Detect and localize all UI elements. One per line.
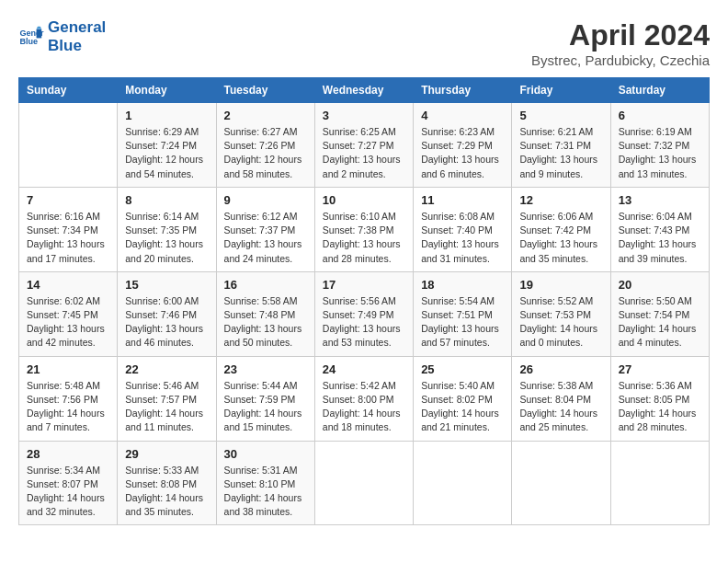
day-number: 1: [125, 109, 208, 122]
day-number: 17: [323, 278, 405, 292]
calendar-cell: 6Sunrise: 6:19 AM Sunset: 7:32 PM Daylig…: [610, 103, 709, 188]
location-subtitle: Bystrec, Pardubicky, Czechia: [531, 52, 710, 68]
day-number: 16: [224, 278, 307, 292]
day-number: 13: [619, 193, 701, 207]
day-number: 8: [125, 193, 208, 207]
svg-marker-2: [37, 29, 42, 39]
day-info: Sunrise: 6:29 AM Sunset: 7:24 PM Dayligh…: [125, 125, 208, 181]
day-number: 27: [619, 362, 701, 376]
calendar-cell: 7Sunrise: 6:16 AM Sunset: 7:34 PM Daylig…: [19, 187, 118, 271]
day-number: 25: [421, 362, 504, 376]
day-info: Sunrise: 5:58 AM Sunset: 7:48 PM Dayligh…: [224, 294, 307, 350]
day-info: Sunrise: 5:40 AM Sunset: 8:02 PM Dayligh…: [421, 379, 504, 435]
calendar-cell: 28Sunrise: 5:34 AM Sunset: 8:07 PM Dayli…: [19, 441, 118, 525]
calendar-cell: 16Sunrise: 5:58 AM Sunset: 7:48 PM Dayli…: [216, 271, 314, 356]
day-info: Sunrise: 5:38 AM Sunset: 8:04 PM Dayligh…: [519, 379, 602, 435]
day-number: 20: [619, 278, 701, 292]
day-info: Sunrise: 6:23 AM Sunset: 7:29 PM Dayligh…: [421, 125, 504, 181]
day-info: Sunrise: 5:44 AM Sunset: 7:59 PM Dayligh…: [224, 379, 307, 435]
day-number: 2: [224, 109, 307, 122]
month-title: April 2024: [531, 18, 710, 52]
day-number: 9: [224, 193, 307, 207]
calendar-cell: [610, 441, 709, 525]
day-number: 22: [125, 362, 208, 376]
day-number: 21: [27, 362, 109, 376]
day-info: Sunrise: 5:50 AM Sunset: 7:54 PM Dayligh…: [619, 294, 701, 350]
calendar-cell: [512, 441, 610, 525]
day-number: 23: [224, 362, 307, 376]
calendar-week-row: 28Sunrise: 5:34 AM Sunset: 8:07 PM Dayli…: [19, 441, 710, 525]
day-number: 12: [519, 193, 602, 207]
col-header-monday: Monday: [118, 78, 216, 103]
col-header-wednesday: Wednesday: [314, 78, 413, 103]
calendar-cell: 23Sunrise: 5:44 AM Sunset: 7:59 PM Dayli…: [216, 356, 314, 441]
calendar-cell: 30Sunrise: 5:31 AM Sunset: 8:10 PM Dayli…: [216, 441, 314, 525]
day-info: Sunrise: 6:19 AM Sunset: 7:32 PM Dayligh…: [619, 125, 701, 181]
logo-blue: Blue: [48, 37, 106, 55]
day-info: Sunrise: 5:36 AM Sunset: 8:05 PM Dayligh…: [619, 379, 701, 435]
calendar-cell: 22Sunrise: 5:46 AM Sunset: 7:57 PM Dayli…: [118, 356, 216, 441]
day-info: Sunrise: 5:54 AM Sunset: 7:51 PM Dayligh…: [421, 294, 504, 350]
calendar-week-row: 7Sunrise: 6:16 AM Sunset: 7:34 PM Daylig…: [19, 187, 710, 271]
day-info: Sunrise: 6:16 AM Sunset: 7:34 PM Dayligh…: [27, 210, 109, 266]
calendar-cell: 24Sunrise: 5:42 AM Sunset: 8:00 PM Dayli…: [314, 356, 413, 441]
calendar-header-row: SundayMondayTuesdayWednesdayThursdayFrid…: [19, 78, 710, 103]
logo: General Blue General Blue: [18, 18, 106, 56]
col-header-tuesday: Tuesday: [216, 78, 314, 103]
day-number: 5: [519, 109, 602, 122]
day-number: 30: [224, 447, 307, 461]
day-number: 29: [125, 447, 208, 461]
day-number: 19: [519, 278, 602, 292]
calendar-cell: 13Sunrise: 6:04 AM Sunset: 7:43 PM Dayli…: [610, 187, 709, 271]
calendar-cell: 27Sunrise: 5:36 AM Sunset: 8:05 PM Dayli…: [610, 356, 709, 441]
day-info: Sunrise: 6:02 AM Sunset: 7:45 PM Dayligh…: [27, 294, 109, 350]
calendar-cell: 21Sunrise: 5:48 AM Sunset: 7:56 PM Dayli…: [19, 356, 118, 441]
calendar-cell: 25Sunrise: 5:40 AM Sunset: 8:02 PM Dayli…: [414, 356, 512, 441]
day-info: Sunrise: 6:08 AM Sunset: 7:40 PM Dayligh…: [421, 210, 504, 266]
calendar-cell: 5Sunrise: 6:21 AM Sunset: 7:31 PM Daylig…: [512, 103, 610, 188]
day-info: Sunrise: 5:31 AM Sunset: 8:10 PM Dayligh…: [224, 464, 307, 520]
col-header-sunday: Sunday: [19, 78, 118, 103]
day-number: 6: [619, 109, 701, 122]
calendar-cell: 26Sunrise: 5:38 AM Sunset: 8:04 PM Dayli…: [512, 356, 610, 441]
calendar-cell: 9Sunrise: 6:12 AM Sunset: 7:37 PM Daylig…: [216, 187, 314, 271]
calendar-cell: 17Sunrise: 5:56 AM Sunset: 7:49 PM Dayli…: [314, 271, 413, 356]
calendar-cell: 20Sunrise: 5:50 AM Sunset: 7:54 PM Dayli…: [610, 271, 709, 356]
day-info: Sunrise: 5:52 AM Sunset: 7:53 PM Dayligh…: [519, 294, 602, 350]
calendar-cell: 11Sunrise: 6:08 AM Sunset: 7:40 PM Dayli…: [414, 187, 512, 271]
day-info: Sunrise: 5:56 AM Sunset: 7:49 PM Dayligh…: [323, 294, 405, 350]
calendar-cell: 18Sunrise: 5:54 AM Sunset: 7:51 PM Dayli…: [414, 271, 512, 356]
col-header-friday: Friday: [512, 78, 610, 103]
day-info: Sunrise: 6:14 AM Sunset: 7:35 PM Dayligh…: [125, 210, 208, 266]
logo-general: General: [48, 18, 106, 37]
calendar-week-row: 1Sunrise: 6:29 AM Sunset: 7:24 PM Daylig…: [19, 103, 710, 188]
calendar-week-row: 14Sunrise: 6:02 AM Sunset: 7:45 PM Dayli…: [19, 271, 710, 356]
svg-text:Blue: Blue: [19, 38, 38, 47]
day-number: 14: [27, 278, 109, 292]
day-info: Sunrise: 6:27 AM Sunset: 7:26 PM Dayligh…: [224, 125, 307, 181]
calendar-cell: [414, 441, 512, 525]
col-header-saturday: Saturday: [610, 78, 709, 103]
calendar-cell: 3Sunrise: 6:25 AM Sunset: 7:27 PM Daylig…: [314, 103, 413, 188]
logo-icon: General Blue: [18, 24, 44, 50]
day-info: Sunrise: 5:33 AM Sunset: 8:08 PM Dayligh…: [125, 464, 208, 520]
day-info: Sunrise: 6:06 AM Sunset: 7:42 PM Dayligh…: [519, 210, 602, 266]
day-info: Sunrise: 6:00 AM Sunset: 7:46 PM Dayligh…: [125, 294, 208, 350]
calendar-cell: 4Sunrise: 6:23 AM Sunset: 7:29 PM Daylig…: [414, 103, 512, 188]
day-info: Sunrise: 6:04 AM Sunset: 7:43 PM Dayligh…: [619, 210, 701, 266]
calendar-cell: 19Sunrise: 5:52 AM Sunset: 7:53 PM Dayli…: [512, 271, 610, 356]
day-number: 28: [27, 447, 109, 461]
day-number: 10: [323, 193, 405, 207]
calendar-cell: [314, 441, 413, 525]
day-info: Sunrise: 6:10 AM Sunset: 7:38 PM Dayligh…: [323, 210, 405, 266]
calendar-cell: [19, 103, 118, 188]
calendar-cell: 29Sunrise: 5:33 AM Sunset: 8:08 PM Dayli…: [118, 441, 216, 525]
day-number: 3: [323, 109, 405, 122]
day-number: 15: [125, 278, 208, 292]
calendar-week-row: 21Sunrise: 5:48 AM Sunset: 7:56 PM Dayli…: [19, 356, 710, 441]
day-info: Sunrise: 6:25 AM Sunset: 7:27 PM Dayligh…: [323, 125, 405, 181]
svg-marker-3: [37, 27, 42, 29]
day-info: Sunrise: 5:34 AM Sunset: 8:07 PM Dayligh…: [27, 464, 109, 520]
day-number: 7: [27, 193, 109, 207]
day-info: Sunrise: 6:12 AM Sunset: 7:37 PM Dayligh…: [224, 210, 307, 266]
